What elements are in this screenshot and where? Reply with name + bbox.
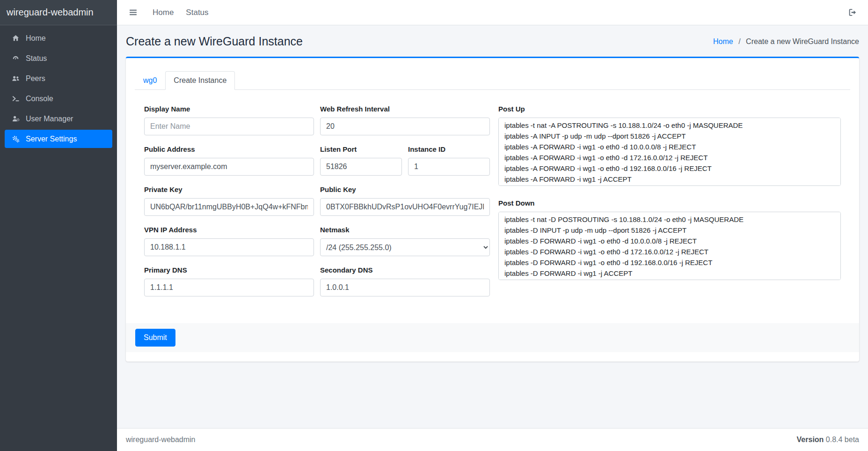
netmask-label: Netmask xyxy=(320,226,490,234)
public-key-label: Public Key xyxy=(320,185,490,194)
primary-dns-label: Primary DNS xyxy=(144,266,314,274)
user-manager-icon xyxy=(9,115,22,123)
breadcrumb-current: Create a new WireGuard Instance xyxy=(746,37,859,45)
home-icon xyxy=(9,34,22,42)
secondary-dns-field[interactable] xyxy=(320,279,490,296)
footer-version: Version 0.8.4 beta xyxy=(797,436,859,444)
sidebar-item-label: Home xyxy=(26,34,46,43)
sidebar-item-server-settings[interactable]: Server Settings xyxy=(5,130,112,148)
page-footer: wireguard-webadmin Version 0.8.4 beta xyxy=(117,428,868,451)
breadcrumb-home-link[interactable]: Home xyxy=(713,37,733,45)
console-icon xyxy=(9,95,22,103)
public-address-field[interactable] xyxy=(144,158,314,176)
sidebar-item-console[interactable]: Console xyxy=(5,89,112,108)
sidebar-item-home[interactable]: Home xyxy=(5,29,112,47)
brand-title: wireguard-webadmin xyxy=(7,7,94,18)
instance-form: Display Name Public Address Private Key xyxy=(135,90,850,306)
secondary-dns-label: Secondary DNS xyxy=(320,266,490,274)
listen-port-field[interactable] xyxy=(320,158,402,176)
footer-app-name: wireguard-webadmin xyxy=(126,436,196,444)
sidebar-item-label: Status xyxy=(26,54,47,63)
private-key-field[interactable] xyxy=(144,198,314,216)
vpn-ip-label: VPN IP Address xyxy=(144,226,314,234)
logout-icon[interactable] xyxy=(846,6,859,19)
breadcrumb-separator: / xyxy=(738,37,740,45)
sidebar-item-label: Server Settings xyxy=(26,135,77,143)
post-up-textarea[interactable]: iptables -t nat -A POSTROUTING -s 10.188… xyxy=(498,118,841,186)
brand-link[interactable]: wireguard-webadmin xyxy=(0,0,117,25)
status-icon xyxy=(9,54,22,62)
post-down-label: Post Down xyxy=(498,199,841,207)
display-name-field[interactable] xyxy=(144,118,314,135)
public-address-label: Public Address xyxy=(144,145,314,154)
submit-button[interactable]: Submit xyxy=(135,329,175,347)
web-refresh-interval-field[interactable] xyxy=(320,118,490,135)
top-navbar: Home Status xyxy=(117,0,868,25)
sidebar-item-status[interactable]: Status xyxy=(5,49,112,67)
peers-icon xyxy=(9,74,22,82)
form-column-3: Post Up iptables -t nat -A POSTROUTING -… xyxy=(498,105,841,306)
sidebar-item-user-manager[interactable]: User Manager xyxy=(5,110,112,128)
tab-create-instance[interactable]: Create Instance xyxy=(165,71,235,90)
display-name-label: Display Name xyxy=(144,105,314,113)
form-column-2: Web Refresh Interval Listen Port Instanc… xyxy=(320,105,490,306)
listen-port-label: Listen Port xyxy=(320,145,402,154)
instance-id-label: Instance ID xyxy=(408,145,490,154)
create-instance-card: wg0 Create Instance Display Name Public … xyxy=(126,57,859,362)
public-key-field[interactable] xyxy=(320,198,490,216)
netmask-select[interactable]: /24 (255.255.255.0) xyxy=(320,238,490,256)
private-key-label: Private Key xyxy=(144,185,314,194)
sidebar-nav: Home Status Peers Console User Manager xyxy=(0,25,117,154)
server-settings-icon xyxy=(9,135,22,143)
web-refresh-interval-label: Web Refresh Interval xyxy=(320,105,490,113)
post-up-label: Post Up xyxy=(498,105,841,113)
content-header: Create a new WireGuard Instance Home / C… xyxy=(126,25,859,57)
footer-version-value: 0.8.4 beta xyxy=(826,436,859,444)
navbar-link-status[interactable]: Status xyxy=(186,8,208,17)
page-title: Create a new WireGuard Instance xyxy=(126,35,303,48)
footer-version-label: Version xyxy=(797,436,824,444)
content: Create a new WireGuard Instance Home / C… xyxy=(117,25,868,428)
navbar-link-home[interactable]: Home xyxy=(153,8,174,17)
form-column-1: Display Name Public Address Private Key xyxy=(144,105,314,306)
sidebar: wireguard-webadmin Home Status Peers Con… xyxy=(0,0,117,451)
vpn-ip-field[interactable] xyxy=(144,238,314,256)
tab-wg0[interactable]: wg0 xyxy=(135,71,165,90)
breadcrumb: Home / Create a new WireGuard Instance xyxy=(713,37,859,46)
instance-id-field[interactable] xyxy=(408,158,490,176)
post-down-textarea[interactable]: iptables -t nat -D POSTROUTING -s 10.188… xyxy=(498,212,841,280)
main-area: Home Status Create a new WireGuard Insta… xyxy=(117,0,868,451)
hamburger-menu-icon[interactable] xyxy=(126,6,140,19)
sidebar-item-label: User Manager xyxy=(26,115,73,123)
form-footer: Submit xyxy=(126,323,859,352)
primary-dns-field[interactable] xyxy=(144,279,314,296)
sidebar-item-peers[interactable]: Peers xyxy=(5,69,112,88)
instance-tabs: wg0 Create Instance xyxy=(135,71,850,90)
sidebar-item-label: Console xyxy=(26,95,53,103)
sidebar-item-label: Peers xyxy=(26,74,45,83)
